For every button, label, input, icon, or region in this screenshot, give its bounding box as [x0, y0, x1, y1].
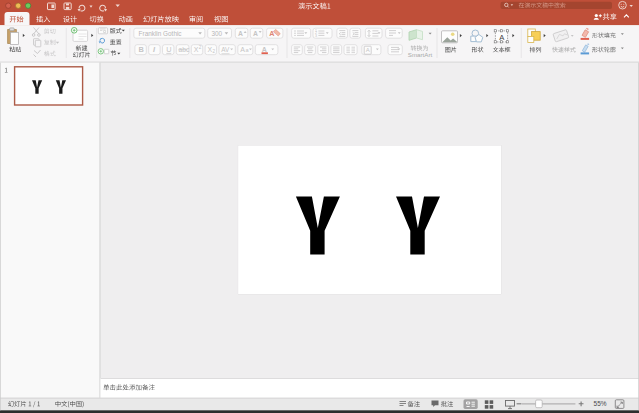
svg-text:A: A	[253, 30, 258, 37]
svg-text:A: A	[366, 47, 370, 53]
svg-text:300: 300	[211, 30, 222, 37]
svg-text:2: 2	[199, 45, 202, 50]
svg-text:A: A	[240, 46, 245, 53]
svg-text:Franklin Gothic: Franklin Gothic	[139, 30, 183, 37]
svg-text:3: 3	[315, 34, 317, 38]
svg-text:U: U	[166, 45, 171, 54]
svg-text:2: 2	[213, 49, 216, 54]
svg-text:abc: abc	[179, 46, 190, 53]
svg-text:SmartArt: SmartArt	[408, 51, 433, 58]
svg-text:AV: AV	[221, 46, 230, 53]
svg-text:A: A	[262, 46, 267, 53]
svg-text:55%: 55%	[594, 400, 607, 407]
svg-text:A: A	[269, 29, 274, 38]
svg-text:B: B	[139, 45, 144, 54]
svg-text:A: A	[238, 30, 243, 37]
